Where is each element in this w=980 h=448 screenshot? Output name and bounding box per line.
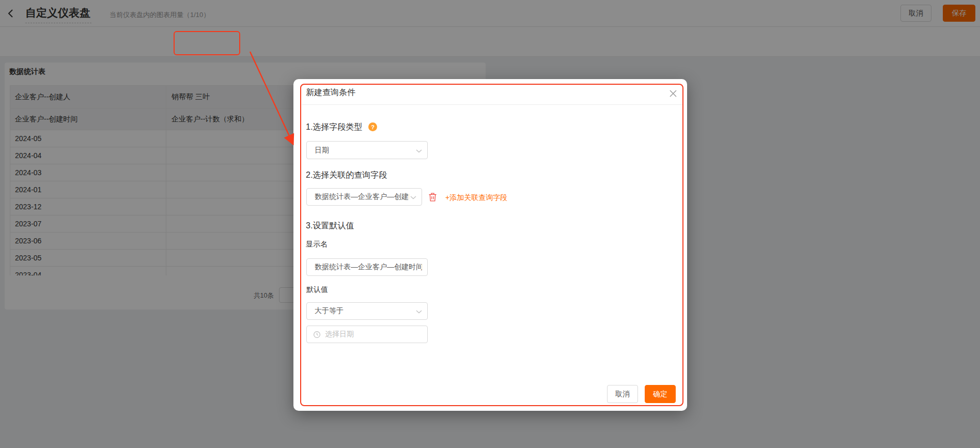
modal-confirm-button[interactable]: 确定 — [645, 385, 676, 403]
related-field-value: 数据统计表—企业客户—创建时间 — [307, 192, 409, 202]
section3-heading: 3.设置默认值 — [306, 221, 354, 231]
chevron-down-icon — [410, 192, 416, 202]
date-picker-input[interactable]: 选择日期 — [306, 326, 428, 343]
trash-icon — [428, 195, 437, 204]
modal-cancel-button[interactable]: 取消 — [607, 385, 638, 403]
section1-heading: 1.选择字段类型 — [306, 122, 362, 133]
delete-field-button[interactable] — [428, 192, 438, 203]
default-value-label: 默认值 — [306, 285, 328, 295]
field-type-value: 日期 — [307, 146, 415, 155]
chevron-down-icon — [416, 146, 422, 155]
clock-icon — [313, 331, 321, 338]
new-query-condition-modal: 新建查询条件 1.选择字段类型 ? 日期 2.选择关联的查询字段 数据统计表—企… — [293, 79, 687, 411]
related-field-select[interactable]: 数据统计表—企业客户—创建时间 — [306, 188, 422, 206]
close-icon[interactable] — [669, 89, 678, 99]
display-name-input[interactable] — [306, 258, 428, 276]
help-icon[interactable]: ? — [368, 122, 377, 131]
operator-value: 大于等于 — [307, 306, 415, 316]
date-placeholder: 选择日期 — [321, 330, 354, 339]
divider — [302, 104, 682, 105]
chevron-down-icon — [416, 306, 422, 316]
modal-title: 新建查询条件 — [306, 87, 355, 98]
display-name-label: 显示名 — [306, 240, 328, 249]
screen: 自定义仪表盘 当前仪表盘内的图表用量（1/10） 取消 保存 新建图表 — [0, 0, 980, 448]
operator-select[interactable]: 大于等于 — [306, 302, 428, 320]
field-type-select[interactable]: 日期 — [306, 141, 428, 159]
add-related-field-link[interactable]: +添加关联查询字段 — [445, 193, 507, 203]
section2-heading: 2.选择关联的查询字段 — [306, 170, 387, 181]
